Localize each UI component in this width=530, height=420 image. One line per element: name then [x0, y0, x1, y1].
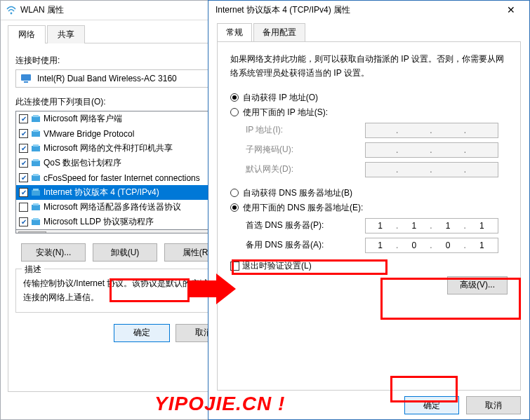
wlan-title: WLAN 属性	[20, 4, 64, 16]
svg-rect-4	[33, 115, 39, 117]
item-checkbox[interactable]	[19, 158, 28, 168]
radio-icon	[230, 189, 239, 197]
protocol-icon	[31, 158, 41, 168]
protocol-icon	[31, 114, 41, 124]
item-label: Internet 协议版本 4 (TCP/IPv4)	[44, 187, 159, 198]
tab-alt-config[interactable]: 备用配置	[253, 23, 305, 41]
item-checkbox[interactable]	[19, 217, 28, 226]
adapter-icon	[20, 73, 32, 84]
ip-auto-label: 自动获得 IP 地址(O)	[243, 92, 318, 104]
subnet-input: ...	[365, 142, 498, 158]
svg-rect-11	[32, 175, 40, 181]
item-checkbox[interactable]	[19, 114, 28, 123]
ip-octet: 1	[438, 221, 459, 231]
ip-octet: 0	[404, 241, 425, 250]
item-label: Microsoft LLDP 协议驱动程序	[44, 216, 154, 228]
svg-rect-17	[32, 219, 40, 225]
ipv4-properties-dialog: Internet 协议版本 4 (TCP/IPv4) 属性 ✕ 常规 备用配置 …	[208, 0, 530, 420]
validate-checkbox[interactable]	[230, 262, 239, 271]
svg-rect-15	[32, 205, 40, 210]
item-label: VMware Bridge Protocol	[44, 129, 134, 139]
dns-alt-label: 备用 DNS 服务器(A):	[246, 239, 365, 251]
ip-octet: 0	[438, 241, 459, 250]
radio-icon	[230, 108, 239, 116]
ipv4-cancel-button[interactable]: 取消	[466, 396, 521, 414]
ip-octet: 1	[404, 221, 425, 231]
ip-octet: 1	[472, 241, 493, 250]
protocol-icon	[31, 144, 41, 154]
protocol-icon	[31, 173, 41, 183]
tab-general[interactable]: 常规	[217, 23, 252, 41]
close-icon[interactable]: ✕	[497, 2, 525, 18]
dns-manual-label: 使用下面的 DNS 服务器地址(E):	[243, 202, 363, 214]
svg-point-0	[11, 12, 13, 14]
ip-addr-label: IP 地址(I):	[246, 124, 365, 136]
item-checkbox[interactable]	[19, 173, 28, 182]
tab-share[interactable]: 共享	[47, 25, 85, 43]
item-label: cFosSpeed for faster Internet connection…	[44, 173, 200, 183]
ip-auto-radio-row[interactable]: 自动获得 IP 地址(O)	[230, 92, 508, 104]
uninstall-button[interactable]: 卸载(U)	[93, 243, 157, 262]
protocol-icon	[31, 217, 41, 227]
ip-octet: 1	[370, 241, 391, 250]
svg-rect-13	[32, 190, 40, 196]
gateway-input: ...	[365, 162, 498, 177]
install-button[interactable]: 安装(N)...	[21, 243, 86, 262]
dns-pref-label: 首选 DNS 服务器(P):	[246, 219, 365, 231]
ip-fields-grid: IP 地址(I): ... 子网掩码(U): ... 默认网关(D): ...	[246, 123, 508, 177]
scroll-thumb[interactable]	[18, 231, 46, 234]
advanced-button[interactable]: 高级(V)...	[447, 276, 508, 294]
validate-row[interactable]: 退出时验证设置(L)	[230, 260, 508, 272]
svg-rect-16	[33, 203, 39, 205]
svg-rect-2	[24, 81, 28, 83]
adapter-name: Intel(R) Dual Band Wireless-AC 3160	[37, 74, 177, 83]
ip-octet: 1	[472, 221, 493, 231]
radio-icon	[230, 93, 239, 102]
dns-block: 自动获得 DNS 服务器地址(B) 使用下面的 DNS 服务器地址(E): 首选…	[230, 187, 508, 253]
ip-addr-input: ...	[365, 123, 498, 138]
svg-rect-9	[32, 161, 40, 166]
dns-fields-grid: 首选 DNS 服务器(P): 1.1.1.1 备用 DNS 服务器(A): 1.…	[246, 218, 508, 253]
item-checkbox[interactable]	[19, 129, 28, 138]
svg-rect-10	[33, 159, 39, 161]
svg-rect-6	[33, 130, 39, 132]
ipv4-title: Internet 协议版本 4 (TCP/IPv4) 属性	[216, 4, 350, 16]
radio-icon	[230, 203, 239, 212]
item-label: Microsoft 网络适配器多路传送器协议	[44, 201, 181, 213]
dns-pref-input[interactable]: 1.1.1.1	[365, 218, 498, 233]
item-checkbox[interactable]	[19, 203, 28, 212]
ipv4-tabpane: 如果网络支持此功能，则可以获取自动指派的 IP 设置。否则，你需要从网络系统管理…	[217, 41, 521, 391]
ip-manual-radio-row[interactable]: 使用下面的 IP 地址(S):	[230, 107, 508, 118]
svg-rect-18	[33, 218, 39, 220]
item-checkbox[interactable]	[19, 188, 28, 197]
gateway-label: 默认网关(D):	[246, 163, 365, 175]
svg-rect-7	[32, 146, 40, 151]
ipv4-intro: 如果网络支持此功能，则可以获取自动指派的 IP 设置。否则，你需要从网络系统管理…	[230, 52, 508, 81]
item-label: Microsoft 网络的文件和打印机共享	[44, 142, 173, 154]
item-label: Microsoft 网络客户端	[44, 113, 122, 125]
subnet-label: 子网掩码(U):	[246, 144, 365, 156]
tab-network[interactable]: 网络	[8, 25, 46, 43]
ip-octet: 1	[370, 221, 391, 231]
svg-rect-3	[32, 116, 40, 122]
validate-label: 退出时验证设置(L)	[242, 260, 312, 272]
protocol-icon	[31, 129, 41, 139]
wlan-ok-button[interactable]: 确定	[114, 324, 170, 342]
wifi-icon	[6, 6, 16, 15]
dns-manual-radio-row[interactable]: 使用下面的 DNS 服务器地址(E):	[230, 202, 508, 214]
ip-manual-label: 使用下面的 IP 地址(S):	[243, 107, 328, 118]
dns-alt-input[interactable]: 1.0.0.1	[365, 238, 498, 253]
protocol-icon	[31, 203, 41, 212]
svg-rect-5	[32, 131, 40, 137]
svg-rect-12	[33, 174, 39, 176]
watermark-text: YIPOJIE.CN !	[154, 393, 285, 415]
svg-rect-1	[21, 74, 31, 81]
ipv4-tabrow: 常规 备用配置	[208, 19, 529, 41]
ipv4-ok-button[interactable]: 确定	[404, 396, 459, 414]
svg-rect-14	[33, 189, 39, 191]
dns-auto-radio-row[interactable]: 自动获得 DNS 服务器地址(B)	[230, 187, 508, 199]
item-checkbox[interactable]	[19, 144, 28, 153]
protocol-icon	[31, 188, 41, 198]
ipv4-titlebar[interactable]: Internet 协议版本 4 (TCP/IPv4) 属性 ✕	[208, 1, 529, 19]
item-label: QoS 数据包计划程序	[44, 157, 121, 169]
